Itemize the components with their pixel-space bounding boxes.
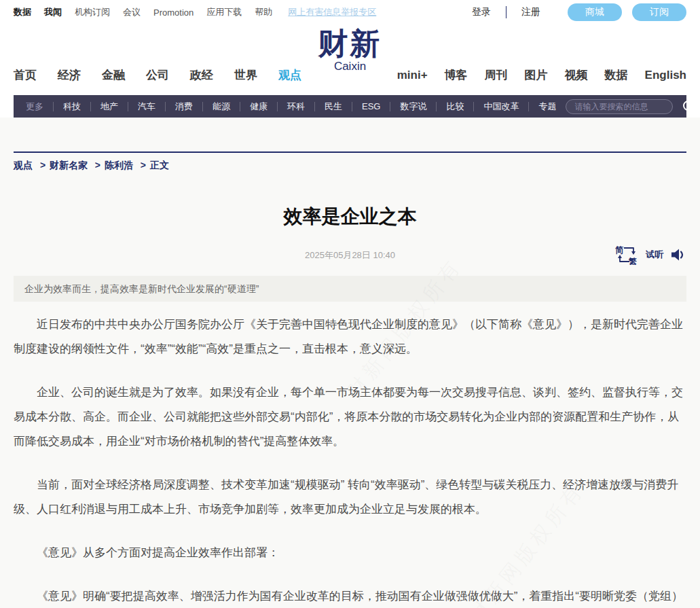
breadcrumb-caixin-columnists[interactable]: 财新名家	[50, 160, 88, 171]
paragraph: 近日发布的中共中央办公厅国务院办公厅《关于完善中国特色现代企业制度的意见》（以下…	[14, 312, 686, 361]
nav-data[interactable]: 数据	[605, 67, 628, 83]
svg-text:繁: 繁	[628, 257, 637, 265]
subnav-auto[interactable]: 汽车	[128, 102, 165, 111]
breadcrumb-separator: >	[95, 160, 100, 171]
subnav-more[interactable]: 更多	[16, 102, 53, 111]
main-nav-right: mini+ 博客 周刊 图片 视频 数据 English	[397, 67, 686, 95]
subnav-datastory[interactable]: 数字说	[390, 102, 436, 111]
article-summary: 企业为效率而生，提高效率是新时代企业发展的“硬道理”	[14, 276, 686, 302]
nav-economy[interactable]: 经济	[58, 67, 81, 83]
subnav-property[interactable]: 地产	[90, 102, 128, 111]
sub-nav-bar: 更多 科技 地产 汽车 消费 能源 健康 环科 民生 ESG 数字说 比较 中国…	[14, 95, 686, 118]
search-input[interactable]	[566, 99, 673, 114]
nav-mini-plus[interactable]: mini+	[397, 69, 428, 82]
login-link[interactable]: 登录	[472, 6, 491, 18]
article-tools: 简 繁 试听	[614, 245, 686, 265]
paragraph: 企业、公司的诞生就是为了效率。如果没有企业，每个单一市场主体都要为每一次交易搜寻…	[14, 380, 686, 454]
breadcrumb-separator: >	[141, 160, 146, 171]
nav-english[interactable]: English	[645, 69, 686, 82]
top-link-wowen[interactable]: 我闻	[44, 6, 62, 18]
nav-weekly[interactable]: 周刊	[485, 67, 508, 83]
subnav-china-reform[interactable]: 中国改革	[473, 102, 528, 111]
main-nav-left: 首页 经济 金融 公司 政经 世界 观点	[14, 67, 301, 95]
shop-button[interactable]: 商城	[568, 3, 622, 21]
subnav-tech[interactable]: 科技	[53, 102, 90, 111]
top-utility-bar: 数据 我闻 机构订阅 会议 Promotion 应用下载 帮助 网上有害信息举报…	[0, 0, 700, 24]
subnav-compare[interactable]: 比较	[436, 102, 473, 111]
nav-companies[interactable]: 公司	[146, 67, 169, 83]
nav-video[interactable]: 视频	[565, 67, 588, 83]
nav-politics[interactable]: 政经	[190, 67, 213, 83]
nav-home[interactable]: 首页	[14, 67, 37, 83]
content-area: 观点 > 财新名家 > 陈利浩 > 正文 效率是企业之本 2025年05月28日…	[0, 118, 700, 608]
top-link-conference[interactable]: 会议	[123, 6, 141, 18]
subscribe-button[interactable]: 订阅	[632, 3, 686, 21]
svg-text:简: 简	[615, 245, 624, 255]
search-icon[interactable]	[682, 99, 697, 114]
simplified-traditional-toggle-icon[interactable]: 简 繁	[614, 245, 639, 265]
breadcrumb: 观点 > 财新名家 > 陈利浩 > 正文	[0, 119, 700, 172]
nav-world[interactable]: 世界	[234, 67, 257, 83]
harmful-info-report-link[interactable]: 网上有害信息举报专区	[288, 6, 376, 18]
paragraph: 《意见》明确“要把提高效率、增强活力作为国有企业改革的目标，推动国有企业做强做优…	[14, 584, 686, 608]
subnav-consumer[interactable]: 消费	[165, 102, 202, 111]
main-nav: 首页 经济 金融 公司 政经 世界 观点 财新 Caixin mini+ 博客 …	[0, 24, 700, 95]
article-title: 效率是企业之本	[0, 204, 700, 230]
section-divider	[14, 151, 686, 153]
logo-english: Caixin	[318, 60, 382, 73]
subnav-health[interactable]: 健康	[240, 102, 277, 111]
nav-blog[interactable]: 博客	[445, 67, 468, 83]
paragraph: 《意见》从多个方面对提高企业效率作出部署：	[14, 541, 686, 565]
nav-photos[interactable]: 图片	[525, 67, 548, 83]
search-area	[566, 99, 697, 114]
listen-button[interactable]: 试听	[646, 249, 663, 261]
breadcrumb-author[interactable]: 陈利浩	[105, 160, 133, 171]
subnav-energy[interactable]: 能源	[202, 102, 240, 111]
top-bar-buttons: 商城 订阅	[568, 3, 686, 21]
paragraph: 当前，面对全球经济格局深度调整、技术变革加速“规模驱动” 转向“效率驱动”、绿色…	[14, 473, 686, 522]
page: 数据 我闻 机构订阅 会议 Promotion 应用下载 帮助 网上有害信息举报…	[0, 0, 700, 608]
breadcrumb-separator: >	[40, 160, 45, 171]
logo-chinese: 财新	[318, 27, 382, 60]
article-body: 近日发布的中共中央办公厅国务院办公厅《关于完善中国特色现代企业制度的意见》（以下…	[0, 302, 700, 608]
breadcrumb-opinion[interactable]: 观点	[14, 160, 33, 171]
breadcrumb-article[interactable]: 正文	[150, 160, 169, 171]
speaker-icon[interactable]	[670, 247, 686, 262]
top-link-data[interactable]: 数据	[14, 6, 31, 18]
register-link[interactable]: 注册	[521, 6, 540, 18]
top-link-app-download[interactable]: 应用下载	[206, 6, 242, 18]
subnav-esg[interactable]: ESG	[352, 102, 390, 111]
subnav-environment[interactable]: 环科	[277, 102, 314, 111]
top-bar-links: 数据 我闻 机构订阅 会议 Promotion 应用下载 帮助 网上有害信息举报…	[14, 6, 376, 18]
top-link-promotion[interactable]: Promotion	[153, 7, 194, 18]
top-link-institution[interactable]: 机构订阅	[75, 6, 110, 18]
top-bar-account: 登录 注册 商城 订阅	[472, 3, 686, 21]
nav-opinion-active[interactable]: 观点	[278, 67, 301, 83]
article-meta: 2025年05月28日 10:40 简 繁 试听	[0, 246, 700, 265]
caixin-logo[interactable]: 财新 Caixin	[318, 27, 382, 73]
login-register-divider	[506, 6, 506, 18]
top-link-help[interactable]: 帮助	[255, 6, 272, 18]
subnav-special[interactable]: 专题	[528, 102, 566, 111]
subnav-livelihood[interactable]: 民生	[314, 102, 352, 111]
nav-finance[interactable]: 金融	[102, 67, 125, 83]
publish-date: 2025年05月28日 10:40	[0, 246, 700, 265]
